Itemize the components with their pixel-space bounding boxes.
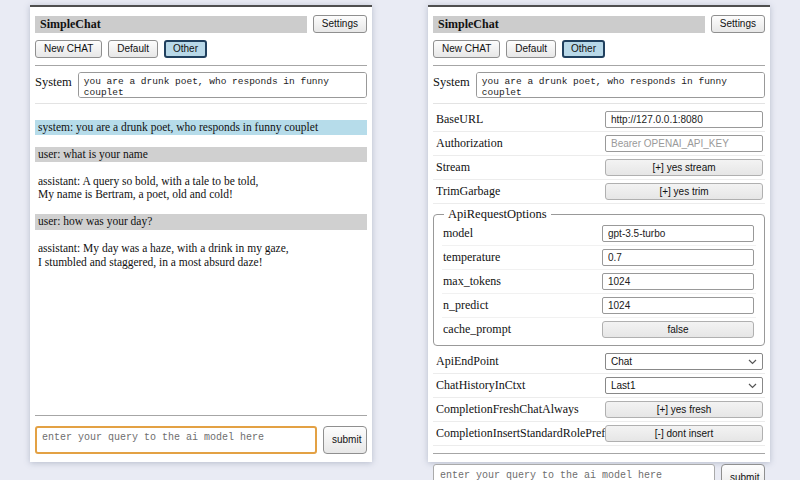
session-tab-other[interactable]: Other: [562, 40, 605, 58]
spacer: [35, 271, 367, 408]
model-label: model: [443, 226, 602, 241]
temperature-input[interactable]: [602, 249, 754, 266]
new-chat-button[interactable]: New CHAT: [433, 40, 500, 58]
title-bar: SimpleChat Settings: [433, 15, 765, 33]
chat-history-in-ctxt-label: ChatHistoryInCtxt: [436, 378, 605, 393]
setting-row-chat-history-in-ctxt: ChatHistoryInCtxt Last1: [433, 374, 765, 398]
chat-panel: SimpleChat Settings New CHAT Default Oth…: [30, 5, 372, 462]
query-input[interactable]: [433, 464, 715, 480]
baseurl-label: BaseURL: [436, 112, 605, 127]
settings-button[interactable]: Settings: [313, 15, 367, 33]
session-tab-default[interactable]: Default: [108, 40, 158, 58]
system-prompt-input[interactable]: you are a drunk poet, who responds in fu…: [476, 72, 765, 98]
setting-row-n-predict: n_predict: [442, 294, 756, 318]
chat-message-user: user: how was your day?: [35, 214, 367, 230]
setting-row-completion-insert-standard-role-prefix: CompletionInsertStandardRolePrefix [-] d…: [433, 422, 765, 446]
app-title: SimpleChat: [433, 16, 705, 33]
session-tab-default[interactable]: Default: [506, 40, 556, 58]
model-input[interactable]: [602, 225, 754, 242]
stream-toggle-button[interactable]: [+] yes stream: [605, 159, 763, 176]
setting-row-api-endpoint: ApiEndPoint Chat: [433, 350, 765, 374]
api-endpoint-value: Chat: [611, 356, 632, 367]
chat-message-system: system: you are a drunk poet, who respon…: [35, 120, 367, 136]
authorization-input[interactable]: [605, 135, 763, 152]
setting-row-authorization: Authorization: [433, 132, 765, 156]
completion-fresh-chat-always-toggle-button[interactable]: [+] yes fresh: [605, 401, 763, 418]
system-prompt-row: System you are a drunk poet, who respond…: [35, 72, 367, 98]
n-predict-label: n_predict: [443, 298, 602, 313]
chat-message-list: system: you are a drunk poet, who respon…: [35, 108, 367, 271]
title-bar: SimpleChat Settings: [35, 15, 367, 33]
session-tabs: New CHAT Default Other: [433, 40, 765, 58]
stream-label: Stream: [436, 160, 605, 175]
chevron-down-icon: [748, 380, 757, 391]
setting-row-cache-prompt: cache_prompt false: [442, 318, 756, 341]
divider: [35, 415, 367, 416]
settings-panel: SimpleChat Settings New CHAT Default Oth…: [428, 5, 770, 462]
divider: [35, 103, 367, 104]
completion-fresh-chat-always-label: CompletionFreshChatAlways: [436, 402, 605, 417]
system-label: System: [35, 72, 72, 98]
chat-history-in-ctxt-value: Last1: [611, 380, 635, 391]
trimgarbage-toggle-button[interactable]: [+] yes trim: [605, 183, 763, 200]
setting-row-baseurl: BaseURL: [433, 108, 765, 132]
chevron-down-icon: [748, 356, 757, 367]
trimgarbage-label: TrimGarbage: [436, 184, 605, 199]
new-chat-button[interactable]: New CHAT: [35, 40, 102, 58]
submit-button[interactable]: submit: [721, 464, 765, 480]
divider: [433, 103, 765, 104]
api-endpoint-label: ApiEndPoint: [436, 354, 605, 369]
chat-message-assistant: assistant: My day was a haze, with a dri…: [35, 241, 367, 270]
max-tokens-label: max_tokens: [443, 274, 602, 289]
temperature-label: temperature: [443, 250, 602, 265]
api-request-options-fieldset: ApiRequestOptions model temperature max_…: [433, 207, 765, 346]
cache-prompt-toggle-button[interactable]: false: [602, 321, 754, 338]
divider: [433, 453, 765, 454]
settings-button[interactable]: Settings: [711, 15, 765, 33]
setting-row-trimgarbage: TrimGarbage [+] yes trim: [433, 180, 765, 204]
query-row: submit: [35, 426, 367, 454]
query-row: submit: [433, 464, 765, 480]
session-tab-other[interactable]: Other: [164, 40, 207, 58]
submit-button[interactable]: submit: [323, 426, 367, 454]
completion-insert-standard-role-prefix-toggle-button[interactable]: [-] dont insert: [605, 425, 763, 442]
system-label: System: [433, 72, 470, 98]
divider: [433, 65, 765, 66]
api-endpoint-select[interactable]: Chat: [605, 353, 763, 370]
query-input[interactable]: [35, 426, 317, 454]
setting-row-max-tokens: max_tokens: [442, 270, 756, 294]
setting-row-stream: Stream [+] yes stream: [433, 156, 765, 180]
setting-row-model: model: [442, 222, 756, 246]
app-title: SimpleChat: [35, 16, 307, 33]
chat-message-assistant: assistant: A query so bold, with a tale …: [35, 174, 367, 203]
system-prompt-input[interactable]: you are a drunk poet, who responds in fu…: [78, 72, 367, 98]
chat-history-in-ctxt-select[interactable]: Last1: [605, 377, 763, 394]
divider: [35, 65, 367, 66]
chat-message-user: user: what is your name: [35, 147, 367, 163]
cache-prompt-label: cache_prompt: [443, 322, 602, 337]
baseurl-input[interactable]: [605, 111, 763, 128]
system-prompt-row: System you are a drunk poet, who respond…: [433, 72, 765, 98]
completion-insert-standard-role-prefix-label: CompletionInsertStandardRolePrefix: [436, 426, 605, 441]
desktop: { "shared": { "title": "SimpleChat", "se…: [0, 0, 800, 480]
setting-row-completion-fresh-chat-always: CompletionFreshChatAlways [+] yes fresh: [433, 398, 765, 422]
max-tokens-input[interactable]: [602, 273, 754, 290]
setting-row-temperature: temperature: [442, 246, 756, 270]
n-predict-input[interactable]: [602, 297, 754, 314]
api-request-options-legend: ApiRequestOptions: [444, 207, 551, 222]
authorization-label: Authorization: [436, 136, 605, 151]
session-tabs: New CHAT Default Other: [35, 40, 367, 58]
